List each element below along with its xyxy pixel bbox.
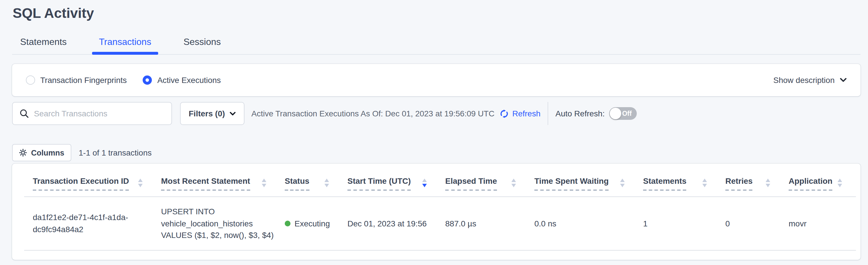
table-toolbar: Columns 1-1 of 1 transactions bbox=[12, 144, 861, 161]
cell-statements: 1 bbox=[643, 219, 725, 228]
result-count: 1-1 of 1 transactions bbox=[79, 148, 152, 157]
filters-button-label: Filters (0) bbox=[189, 109, 225, 118]
sort-icon-active-desc[interactable] bbox=[422, 179, 427, 187]
show-description-toggle[interactable]: Show description bbox=[773, 76, 847, 85]
view-mode-card: Transaction Fingerprints Active Executio… bbox=[12, 64, 861, 96]
status-label: Executing bbox=[294, 219, 330, 228]
show-description-label: Show description bbox=[773, 76, 835, 85]
radio-active-executions[interactable]: Active Executions bbox=[143, 76, 221, 85]
radio-checked-icon[interactable] bbox=[143, 76, 152, 85]
status-executing-dot bbox=[285, 221, 290, 227]
auto-refresh-toggle[interactable]: Off bbox=[609, 107, 637, 120]
filters-button[interactable]: Filters (0) bbox=[180, 102, 245, 125]
search-icon bbox=[20, 109, 29, 118]
radio-transaction-fingerprints[interactable]: Transaction Fingerprints bbox=[26, 76, 127, 85]
refresh-link[interactable]: Refresh bbox=[499, 109, 540, 118]
chevron-down-icon bbox=[229, 111, 236, 115]
tab-sessions[interactable]: Sessions bbox=[177, 33, 228, 54]
row-divider bbox=[24, 250, 856, 250]
sort-icon[interactable] bbox=[838, 179, 842, 187]
auto-refresh-label: Auto Refresh: bbox=[555, 109, 604, 118]
cell-most-recent-statement: UPSERT INTO vehicle_location_histories V… bbox=[161, 206, 280, 241]
column-header-statements[interactable]: Statements bbox=[643, 176, 725, 196]
radio-unchecked-icon[interactable] bbox=[26, 76, 35, 85]
cell-start-time: Dec 01, 2023 at 19:56 bbox=[347, 219, 445, 228]
column-header-status[interactable]: Status bbox=[285, 176, 347, 196]
column-header-retries[interactable]: Retries bbox=[725, 176, 788, 196]
sort-icon[interactable] bbox=[766, 179, 770, 187]
sort-icon[interactable] bbox=[512, 179, 516, 187]
column-header-transaction-execution-id[interactable]: Transaction Execution ID bbox=[33, 176, 161, 196]
sort-icon[interactable] bbox=[702, 179, 707, 187]
refresh-label: Refresh bbox=[512, 109, 540, 118]
columns-button[interactable]: Columns bbox=[12, 144, 71, 161]
chevron-down-icon bbox=[840, 78, 847, 82]
column-header-elapsed-time[interactable]: Elapsed Time bbox=[445, 176, 534, 196]
columns-button-label: Columns bbox=[31, 148, 64, 157]
sort-icon[interactable] bbox=[138, 179, 143, 187]
search-input[interactable] bbox=[34, 109, 166, 118]
sort-icon[interactable] bbox=[324, 179, 329, 187]
tab-statements[interactable]: Statements bbox=[13, 33, 74, 54]
gear-icon bbox=[19, 149, 27, 157]
refresh-icon bbox=[499, 109, 509, 118]
cell-transaction-execution-id[interactable]: da1f21e2-de71-4c1f-a1da-dc9fc94a84a2 bbox=[33, 211, 146, 236]
sort-icon[interactable] bbox=[262, 179, 266, 187]
radio-active-executions-label: Active Executions bbox=[157, 76, 221, 85]
table-header-row: Transaction Execution ID Most Recent Sta… bbox=[12, 164, 861, 196]
tab-transactions[interactable]: Transactions bbox=[92, 33, 158, 54]
table-row[interactable]: da1f21e2-de71-4c1f-a1da-dc9fc94a84a2 UPS… bbox=[12, 197, 861, 250]
cell-retries: 0 bbox=[725, 219, 788, 228]
cell-application: movr bbox=[788, 219, 851, 228]
column-header-application[interactable]: Application bbox=[788, 176, 851, 196]
column-header-start-time[interactable]: Start Time (UTC) bbox=[347, 176, 445, 196]
column-header-most-recent-statement[interactable]: Most Recent Statement bbox=[161, 176, 285, 196]
sql-activity-page: SQL Activity Statements Transactions Ses… bbox=[0, 4, 868, 265]
view-mode-radio-group: Transaction Fingerprints Active Executio… bbox=[26, 76, 221, 85]
search-box[interactable] bbox=[12, 102, 172, 125]
toggle-knob bbox=[610, 108, 621, 119]
vertical-divider bbox=[547, 102, 548, 125]
radio-transaction-fingerprints-label: Transaction Fingerprints bbox=[40, 76, 127, 85]
page-title: SQL Activity bbox=[13, 4, 868, 23]
sort-icon[interactable] bbox=[620, 179, 625, 187]
controls-row: Filters (0) Active Transaction Execution… bbox=[12, 102, 861, 125]
as-of-timestamp: Active Transaction Executions As Of: Dec… bbox=[251, 109, 494, 118]
cell-elapsed-time: 887.0 µs bbox=[445, 219, 534, 228]
tab-bar: Statements Transactions Sessions bbox=[12, 33, 861, 55]
transactions-table: Transaction Execution ID Most Recent Sta… bbox=[12, 164, 861, 260]
cell-time-spent-waiting: 0.0 ns bbox=[534, 219, 643, 228]
cell-status: Executing bbox=[285, 219, 347, 228]
column-header-time-spent-waiting[interactable]: Time Spent Waiting bbox=[534, 176, 643, 196]
toggle-state-label: Off bbox=[622, 107, 631, 120]
